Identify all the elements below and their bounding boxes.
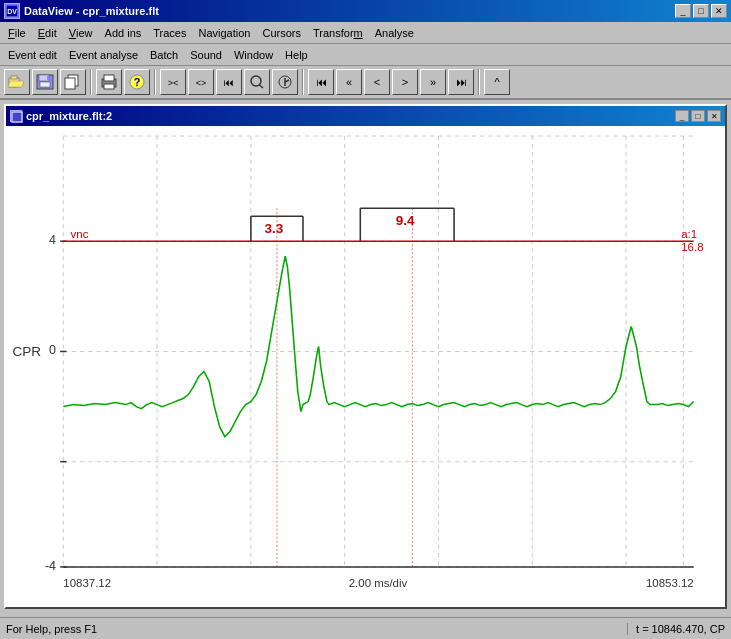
svg-text:^: ^ bbox=[494, 76, 500, 88]
svg-text:-4: -4 bbox=[45, 559, 56, 573]
svg-text:⏭: ⏭ bbox=[456, 76, 467, 88]
menu-event-edit[interactable]: Event edit bbox=[2, 45, 63, 65]
menu-addins[interactable]: Add ins bbox=[99, 23, 148, 43]
chart-svg: 4 0 -4 10837.12 2.00 ms/div 10853.12 CPR bbox=[6, 126, 725, 607]
svg-text:2.00 ms/div: 2.00 ms/div bbox=[349, 577, 408, 589]
svg-text:⏮: ⏮ bbox=[316, 76, 327, 88]
child-close-button[interactable]: ✕ bbox=[707, 110, 721, 122]
svg-rect-32 bbox=[6, 126, 725, 607]
maximize-button[interactable]: □ bbox=[693, 4, 709, 18]
child-minimize-button[interactable]: _ bbox=[675, 110, 689, 122]
svg-text:»: » bbox=[430, 76, 436, 88]
nav-forward-button[interactable]: > bbox=[392, 69, 418, 95]
nav-back-button[interactable]: < bbox=[364, 69, 390, 95]
print-button[interactable] bbox=[96, 69, 122, 95]
toolbar-sep-3 bbox=[302, 69, 304, 95]
nav-next-button[interactable]: » bbox=[420, 69, 446, 95]
menu-help[interactable]: Help bbox=[279, 45, 314, 65]
svg-text:0: 0 bbox=[49, 344, 56, 358]
child-window: cpr_mixture.flt:2 _ □ ✕ bbox=[4, 104, 727, 609]
toolbar: ? >< <> ⏮ bbox=[0, 66, 731, 100]
status-help-text: For Help, press F1 bbox=[6, 623, 97, 635]
nav-record-button[interactable] bbox=[272, 69, 298, 95]
nav-prev-button[interactable]: « bbox=[336, 69, 362, 95]
menu-file[interactable]: File bbox=[2, 23, 32, 43]
svg-rect-9 bbox=[65, 78, 75, 89]
svg-text:4: 4 bbox=[49, 233, 56, 247]
save-button[interactable] bbox=[32, 69, 58, 95]
svg-rect-12 bbox=[104, 84, 114, 89]
toolbar-sep-2 bbox=[154, 69, 156, 95]
svg-rect-7 bbox=[47, 76, 49, 80]
nav-search-button[interactable] bbox=[244, 69, 270, 95]
copy-button[interactable] bbox=[60, 69, 86, 95]
svg-text:10837.12: 10837.12 bbox=[63, 577, 111, 589]
nav-last-button[interactable]: ⏭ bbox=[448, 69, 474, 95]
toolbar-sep-1 bbox=[90, 69, 92, 95]
svg-text:vnc: vnc bbox=[71, 228, 89, 240]
svg-text:CPR: CPR bbox=[13, 345, 42, 360]
app-icon: DV bbox=[4, 3, 20, 19]
chart-area[interactable]: 4 0 -4 10837.12 2.00 ms/div 10853.12 CPR bbox=[6, 126, 725, 607]
nav-up-button[interactable]: ^ bbox=[484, 69, 510, 95]
open-button[interactable] bbox=[4, 69, 30, 95]
close-button[interactable]: ✕ bbox=[711, 4, 727, 18]
child-title-bar: cpr_mixture.flt:2 _ □ ✕ bbox=[6, 106, 725, 126]
svg-rect-6 bbox=[40, 82, 50, 87]
svg-rect-30 bbox=[11, 111, 23, 123]
svg-line-19 bbox=[260, 85, 264, 88]
menu-event-analyse[interactable]: Event analyse bbox=[63, 45, 144, 65]
title-bar: DV DataView - cpr_mixture.flt _ □ ✕ bbox=[0, 0, 731, 22]
main-area: cpr_mixture.flt:2 _ □ ✕ bbox=[0, 100, 731, 639]
menu-navigation[interactable]: Navigation bbox=[193, 23, 257, 43]
menu-traces[interactable]: Traces bbox=[147, 23, 192, 43]
menu-edit[interactable]: Edit bbox=[32, 23, 63, 43]
svg-point-18 bbox=[251, 76, 261, 86]
svg-rect-3 bbox=[11, 76, 17, 79]
menu-sound[interactable]: Sound bbox=[184, 45, 228, 65]
svg-text:>: > bbox=[402, 76, 408, 88]
svg-text:16.8: 16.8 bbox=[681, 241, 703, 253]
menu-batch[interactable]: Batch bbox=[144, 45, 184, 65]
minimize-button[interactable]: _ bbox=[675, 4, 691, 18]
svg-text:?: ? bbox=[134, 76, 141, 88]
menu-view[interactable]: View bbox=[63, 23, 99, 43]
menu-transform[interactable]: Transform bbox=[307, 23, 369, 43]
menu-window[interactable]: Window bbox=[228, 45, 279, 65]
svg-text:><: >< bbox=[168, 78, 179, 88]
nav-prev-prev-button[interactable]: >< bbox=[160, 69, 186, 95]
menu-bar-1: File Edit View Add ins Traces Navigation… bbox=[0, 22, 731, 44]
svg-text:«: « bbox=[346, 76, 352, 88]
child-maximize-button[interactable]: □ bbox=[691, 110, 705, 122]
svg-text:a:1: a:1 bbox=[681, 228, 697, 240]
svg-text:10853.12: 10853.12 bbox=[646, 577, 694, 589]
child-window-title: cpr_mixture.flt:2 bbox=[26, 110, 112, 122]
svg-text:<>: <> bbox=[196, 78, 207, 88]
status-position-text: t = 10846.470, CP bbox=[627, 623, 725, 635]
svg-text:⏮: ⏮ bbox=[224, 77, 234, 88]
svg-text:3.3: 3.3 bbox=[264, 221, 283, 236]
status-bar: For Help, press F1 t = 10846.470, CP bbox=[0, 617, 731, 639]
svg-text:DV: DV bbox=[7, 8, 17, 15]
nav-first-button[interactable]: ⏮ bbox=[308, 69, 334, 95]
menu-bar-2: Event edit Event analyse Batch Sound Win… bbox=[0, 44, 731, 66]
menu-analyse[interactable]: Analyse bbox=[369, 23, 420, 43]
app-title: DataView - cpr_mixture.flt bbox=[24, 5, 159, 17]
toolbar-sep-4 bbox=[478, 69, 480, 95]
child-window-icon bbox=[10, 110, 22, 122]
help-button[interactable]: ? bbox=[124, 69, 150, 95]
nav-skip-back-button[interactable]: ⏮ bbox=[216, 69, 242, 95]
nav-prev-next-button[interactable]: <> bbox=[188, 69, 214, 95]
svg-text:<: < bbox=[374, 76, 380, 88]
svg-rect-11 bbox=[104, 75, 114, 81]
menu-cursors[interactable]: Cursors bbox=[256, 23, 307, 43]
